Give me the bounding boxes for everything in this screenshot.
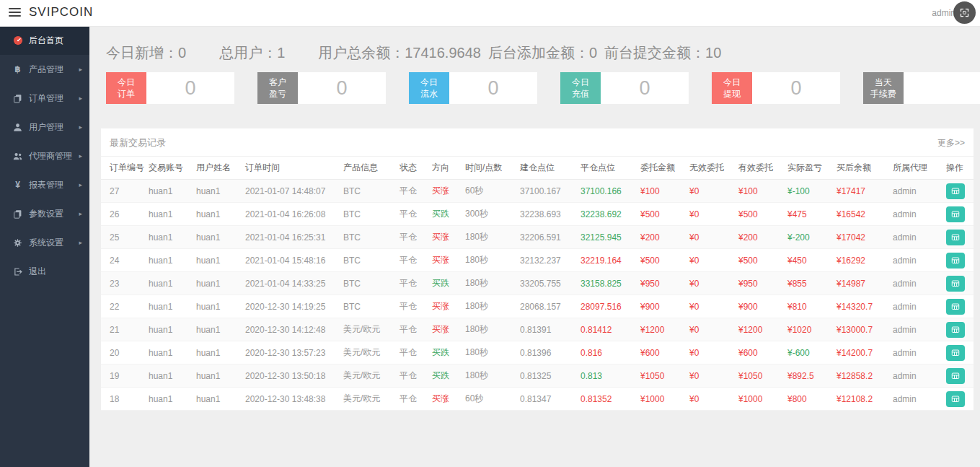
cell-name: huan1 (193, 272, 242, 295)
cell-name: huan1 (193, 295, 242, 318)
cell-profit: ¥892.5 (785, 365, 834, 388)
order-detail-button[interactable] (946, 276, 965, 292)
main-content: 今日新增：0总用户：1用户总余额：17416.9648后台添加金额：0前台提交金… (89, 26, 980, 467)
fullscreen-button[interactable] (953, 1, 976, 24)
cell-status: 平仓 (397, 272, 429, 295)
cell-duration: 180秒 (462, 365, 517, 388)
order-detail-button[interactable] (946, 345, 965, 361)
table-row: 24huan1huan12021-01-04 15:48:16BTC平仓买涨18… (101, 249, 974, 272)
sidebar-item-label: 后台首页 (29, 35, 82, 47)
sidebar-item-agents[interactable]: 代理商管理▸ (0, 141, 89, 170)
cell-time: 2021-01-04 16:26:08 (242, 203, 340, 226)
order-detail-button[interactable] (946, 183, 965, 199)
cell-invalid: ¥0 (687, 180, 736, 203)
cell-valid: ¥900 (736, 295, 785, 318)
more-link[interactable]: 更多>> (937, 137, 965, 149)
cell-product: BTC (340, 272, 397, 295)
cell-duration: 180秒 (462, 249, 517, 272)
sidebar-item-orders[interactable]: 订单管理▸ (0, 84, 89, 113)
cell-close_point: 37100.166 (578, 180, 637, 203)
column-header: 交易账号 (146, 157, 193, 180)
logout-icon (12, 267, 24, 276)
cell-invalid: ¥0 (687, 341, 736, 365)
sidebar-item-users[interactable]: 用户管理▸ (0, 113, 89, 141)
sidebar-item-logout[interactable]: 退出 (0, 257, 89, 286)
table-row: 22huan1huan12020-12-30 14:19:25BTC平仓买涨18… (101, 295, 974, 318)
gears-icon (12, 238, 24, 248)
cell-order_no: 21 (101, 318, 146, 341)
cell-invalid: ¥0 (687, 226, 736, 249)
cell-balance: ¥16292 (834, 249, 890, 272)
table-row: 27huan1huan12021-01-07 14:48:07BTC平仓买涨60… (101, 180, 974, 203)
cell-order_no: 18 (101, 388, 146, 411)
order-detail-button[interactable] (946, 206, 965, 222)
column-header: 无效委托 (687, 157, 736, 180)
sidebar-item-label: 订单管理 (29, 92, 79, 105)
chevron-right-icon: ▸ (79, 210, 82, 217)
cell-action (943, 226, 974, 249)
sidebar-item-products[interactable]: ฿产品管理▸ (0, 55, 89, 84)
cell-balance: ¥17417 (834, 180, 890, 203)
cell-order_no: 24 (101, 249, 146, 272)
sidebar-item-label: 用户管理 (29, 121, 79, 134)
sidebar-item-params[interactable]: 参数设置▸ (0, 199, 89, 228)
cell-valid: ¥1200 (736, 318, 785, 341)
stat-item: 用户总余额：17416.9648 (318, 45, 481, 61)
cell-action (943, 318, 974, 341)
table-row: 26huan1huan12021-01-04 16:26:08BTC平仓买跌30… (101, 203, 974, 226)
cell-profit: ¥475 (785, 203, 834, 226)
order-detail-button[interactable] (946, 322, 965, 338)
cell-agent: admin (890, 388, 943, 411)
cell-status: 平仓 (397, 180, 429, 203)
table-row: 25huan1huan12021-01-04 16:25:31BTC平仓买涨18… (101, 226, 974, 249)
cell-time: 2021-01-04 16:25:31 (242, 226, 340, 249)
sidebar-item-reports[interactable]: ¥报表管理▸ (0, 170, 89, 199)
cell-time: 2020-12-30 13:48:38 (242, 388, 340, 411)
cell-amount: ¥900 (637, 295, 687, 318)
cell-direction: 买涨 (429, 295, 462, 318)
sidebar-item-home[interactable]: 后台首页 (0, 26, 89, 55)
cell-order_no: 20 (101, 341, 146, 365)
cell-account: huan1 (146, 203, 193, 226)
cell-open_point: 32206.591 (517, 226, 578, 249)
column-header: 用户姓名 (193, 157, 242, 180)
cell-profit: ¥-200 (785, 226, 834, 249)
cell-name: huan1 (193, 203, 242, 226)
cell-direction: 买涨 (429, 318, 462, 341)
order-detail-button[interactable] (946, 368, 965, 384)
cell-time: 2021-01-04 15:48:16 (242, 249, 340, 272)
order-detail-button[interactable] (946, 230, 965, 245)
cell-balance: ¥12858.2 (834, 365, 890, 388)
cell-invalid: ¥0 (687, 388, 736, 411)
sidebar-item-label: 系统设置 (29, 237, 79, 249)
sidebar-item-system[interactable]: 系统设置▸ (0, 228, 89, 257)
order-detail-button[interactable] (946, 253, 965, 269)
chevron-right-icon: ▸ (79, 66, 82, 73)
order-detail-button[interactable] (946, 391, 965, 407)
sidebar-item-label: 代理商管理 (29, 150, 79, 162)
column-header: 实际盈亏 (785, 157, 834, 180)
stat-item: 今日新增：0 (106, 45, 186, 61)
hamburger-menu-icon[interactable] (9, 8, 21, 17)
cell-amount: ¥600 (637, 341, 687, 365)
cell-balance: ¥12108.2 (834, 388, 890, 411)
column-header: 委托金额 (637, 157, 687, 180)
cell-action (943, 365, 974, 388)
column-header: 时间/点数 (462, 157, 517, 180)
cell-account: huan1 (146, 272, 193, 295)
cell-open_point: 28068.157 (517, 295, 578, 318)
cell-product: BTC (340, 249, 397, 272)
current-user-label: admin (932, 8, 955, 18)
cell-action (943, 180, 974, 203)
cell-direction: 买跌 (429, 203, 462, 226)
cell-status: 平仓 (397, 295, 429, 318)
order-detail-button[interactable] (946, 299, 965, 315)
cell-product: 美元/欧元 (340, 365, 397, 388)
stat-card-value: 0 (752, 72, 840, 104)
cell-balance: ¥16542 (834, 203, 890, 226)
sidebar-item-label: 参数设置 (29, 208, 79, 220)
cell-amount: ¥200 (637, 226, 687, 249)
cell-valid: ¥500 (736, 249, 785, 272)
cell-account: huan1 (146, 249, 193, 272)
cell-account: huan1 (146, 180, 193, 203)
